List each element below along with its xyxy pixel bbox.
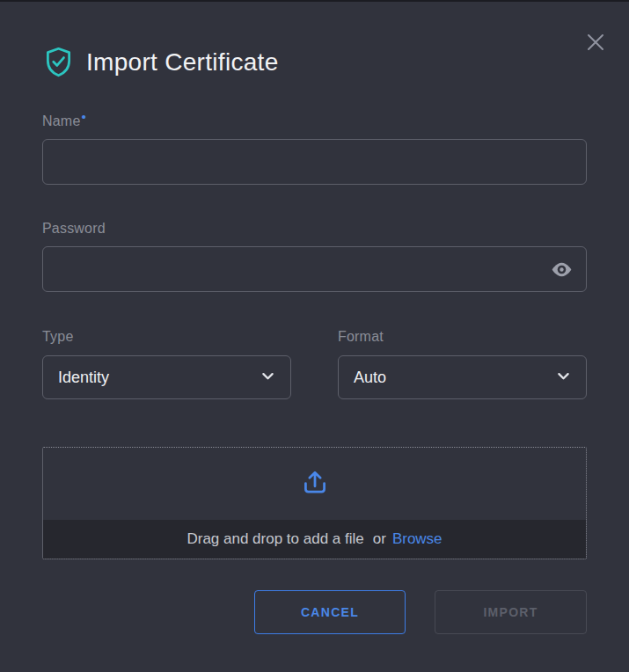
type-label: Type: [42, 329, 291, 345]
password-field-group: Password: [42, 221, 587, 292]
password-input[interactable]: [42, 246, 587, 292]
type-select[interactable]: Identity: [42, 355, 291, 399]
name-input[interactable]: [42, 139, 587, 185]
type-field-group: Type Identity: [42, 329, 291, 399]
upload-icon: [299, 466, 331, 501]
dropzone-upload-area: [43, 448, 586, 520]
format-field-group: Format Auto: [338, 329, 587, 399]
chevron-down-icon: [260, 369, 275, 387]
dialog-actions: CANCEL IMPORT: [42, 590, 587, 634]
password-label: Password: [42, 221, 587, 237]
browse-link[interactable]: Browse: [392, 530, 442, 548]
import-button[interactable]: IMPORT: [435, 590, 587, 634]
type-select-value: Identity: [58, 369, 109, 387]
chevron-down-icon: [556, 369, 571, 387]
import-certificate-dialog: Import Certificate Name• Password: [0, 2, 629, 672]
shield-check-icon: [42, 46, 75, 78]
dropzone-drag-text: Drag and drop to add a file: [187, 530, 363, 548]
file-dropzone[interactable]: Drag and drop to add a file or Browse: [42, 447, 587, 559]
dialog-title: Import Certificate: [86, 48, 279, 77]
eye-icon[interactable]: [548, 256, 574, 282]
format-select-value: Auto: [354, 369, 386, 387]
cancel-button[interactable]: CANCEL: [254, 590, 406, 634]
format-label: Format: [338, 329, 587, 345]
close-icon[interactable]: [581, 28, 610, 56]
dropzone-or-text: or: [373, 530, 386, 548]
required-marker: •: [81, 109, 85, 124]
dropzone-caption: Drag and drop to add a file or Browse: [43, 520, 586, 559]
dialog-header: Import Certificate: [42, 2, 587, 78]
format-select[interactable]: Auto: [338, 355, 587, 399]
selects-row: Type Identity Format Auto: [42, 329, 587, 399]
name-label: Name•: [42, 109, 587, 129]
name-field-group: Name•: [42, 109, 587, 185]
